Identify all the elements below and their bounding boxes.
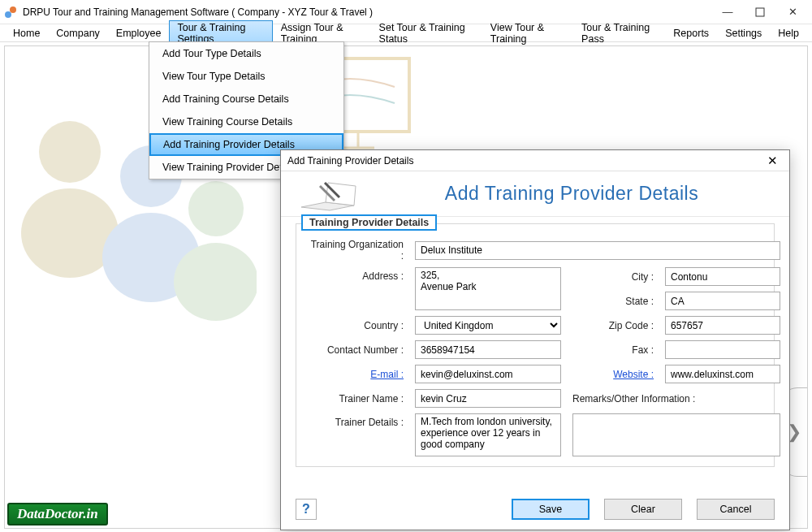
label-country: Country : <box>306 320 404 331</box>
dialog-banner: Add Training Provider Details <box>281 171 789 217</box>
menu-employee[interactable]: Employee <box>108 26 170 41</box>
svg-point-7 <box>188 181 244 236</box>
input-email[interactable] <box>415 365 561 383</box>
dialog-heading: Add Training Provider Details <box>370 183 773 205</box>
svg-rect-2 <box>756 8 764 16</box>
app-icon <box>3 5 18 19</box>
close-button[interactable]: ✕ <box>776 1 809 24</box>
input-zip[interactable] <box>665 316 780 335</box>
label-trainer: Trainer Name : <box>306 393 404 404</box>
help-button[interactable]: ? <box>296 499 317 520</box>
label-website[interactable]: Website : <box>572 369 654 380</box>
input-state[interactable] <box>665 292 780 310</box>
label-address: Address : <box>306 267 404 282</box>
dd-add-course[interactable]: Add Training Course Details <box>149 88 343 110</box>
save-button[interactable]: Save <box>512 499 590 520</box>
menu-view[interactable]: View Tour & Training <box>482 20 573 46</box>
input-remarks[interactable] <box>572 413 780 456</box>
label-contact: Contact Number : <box>306 344 404 356</box>
input-trainer[interactable] <box>415 389 561 408</box>
label-state: State : <box>572 296 654 307</box>
menu-company[interactable]: Company <box>48 26 108 41</box>
window-title: DRPU Tour and Training Management Softwa… <box>23 6 711 18</box>
label-zip: Zip Code : <box>572 320 654 331</box>
input-org[interactable] <box>415 241 780 260</box>
minimize-button[interactable]: — <box>711 1 744 24</box>
label-email[interactable]: E-mail : <box>306 369 404 380</box>
menubar: Home Company Employee Tour & Training Se… <box>0 24 812 42</box>
notebook-icon <box>297 176 362 212</box>
cancel-button[interactable]: Cancel <box>697 499 775 520</box>
input-website[interactable] <box>665 365 780 383</box>
menu-reports[interactable]: Reports <box>665 26 717 41</box>
svg-point-8 <box>174 243 257 321</box>
dd-add-tour-type[interactable]: Add Tour Type Details <box>149 42 343 65</box>
input-city[interactable] <box>665 267 780 286</box>
menu-pass[interactable]: Tour & Training Pass <box>573 20 665 46</box>
input-fax[interactable] <box>665 340 780 359</box>
label-remarks: Remarks/Other Information : <box>572 393 780 404</box>
menu-set-status[interactable]: Set Tour & Training Status <box>371 20 482 46</box>
label-city: City : <box>572 271 654 283</box>
dialog-button-row: ? Save Clear Cancel <box>281 494 789 530</box>
input-address[interactable] <box>415 267 561 310</box>
dialog-title: Add Training Provider Details <box>287 155 413 167</box>
menu-home[interactable]: Home <box>5 26 48 41</box>
menu-help[interactable]: Help <box>770 26 807 41</box>
add-training-provider-dialog: Add Training Provider Details ✕ Add Trai… <box>280 149 790 530</box>
brand-badge: DataDoctor.in <box>7 503 108 526</box>
label-fax: Fax : <box>572 344 654 356</box>
group-legend: Training Provider Details <box>303 216 435 229</box>
input-contact[interactable] <box>415 340 561 359</box>
label-details: Trainer Details : <box>306 413 404 428</box>
clear-button[interactable]: Clear <box>604 499 682 520</box>
svg-point-1 <box>10 6 16 13</box>
input-details[interactable] <box>415 413 561 456</box>
dialog-titlebar: Add Training Provider Details ✕ <box>281 150 789 171</box>
svg-point-3 <box>39 121 101 183</box>
label-org: Training Organization : <box>306 239 404 262</box>
menu-settings[interactable]: Settings <box>717 26 770 41</box>
maximize-button[interactable] <box>744 1 776 24</box>
provider-details-group: Training Provider Details Training Organ… <box>296 223 775 467</box>
select-country[interactable]: United Kingdom <box>415 316 561 335</box>
dd-view-course[interactable]: View Training Course Details <box>149 110 343 133</box>
dd-view-tour-type[interactable]: View Tour Type Details <box>149 65 343 88</box>
dialog-close-button[interactable]: ✕ <box>762 154 783 168</box>
svg-point-0 <box>5 11 11 18</box>
